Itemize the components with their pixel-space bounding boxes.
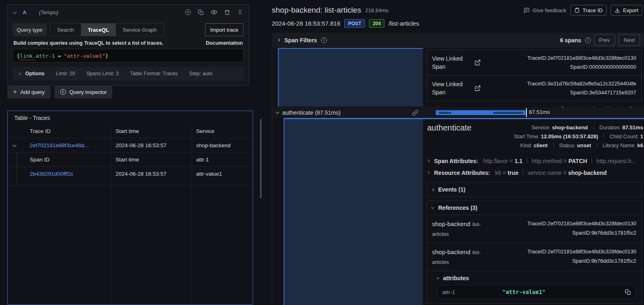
table-row[interactable]: 2e57d5ed39dca261f6f... 2024-06-28 16:53:… <box>8 186 253 305</box>
reference-row[interactable]: shop-backendlist-articles TraceID:2ef702… <box>427 243 641 271</box>
drag-handle-icon[interactable] <box>237 9 243 15</box>
stat-value: k6 <box>637 142 643 148</box>
reference-row[interactable]: shop-backendlist-articles TraceID:2ef702… <box>427 215 641 243</box>
references-section: References (3) shop-backendlist-articles… <box>427 200 642 305</box>
view-linked-span-row[interactable]: View Linked Span TraceID:3e31d76c59a82ef… <box>427 75 641 101</box>
subtable-header-row: Span ID Start time attr-1 <box>8 152 253 167</box>
info-icon: i <box>60 89 66 95</box>
references-label: References (3) <box>438 205 478 211</box>
child-span-segment <box>439 112 451 114</box>
query-type-radio-group: Search TraceQL Service Graph <box>50 23 164 36</box>
timeline-gridline <box>589 107 589 118</box>
span-collapse-icon[interactable] <box>276 110 279 113</box>
collapse-row-icon[interactable] <box>13 143 17 147</box>
tab-traceql[interactable]: TraceQL <box>81 24 116 36</box>
trace-timeline-area: View Linked Span TraceID:2ef702181e88f3c… <box>272 48 644 305</box>
add-query-label: Add query <box>20 89 44 95</box>
reference-span-id: SpanID:9b76dd3c1781f5c2 <box>572 258 636 264</box>
resource-attributes-label[interactable]: Resource Attributes: <box>434 170 490 176</box>
comment-icon <box>524 7 530 13</box>
linked-span-id: SpanID:3e534471715e9207 <box>570 89 636 96</box>
table-header-row: Trace ID Start time Service <box>8 124 253 138</box>
traceql-query-input[interactable]: {link.attr-1="attr-value1"} <box>13 49 244 63</box>
subtable-row[interactable]: 2b438291d00fff2c 2024-06-28 16:53:57 att… <box>8 167 253 181</box>
delete-query-icon[interactable] <box>224 9 230 15</box>
events-toggle[interactable]: Events (1) <box>427 183 641 196</box>
reference-attributes-toggle[interactable]: attributes <box>437 275 636 281</box>
span-attributes-label[interactable]: Span Attributes: <box>434 158 478 164</box>
attr-value: shop-backend <box>568 170 607 176</box>
help-icon[interactable]: ? <box>185 9 191 15</box>
give-feedback-link[interactable]: Give feedback <box>524 7 566 13</box>
reference-service: shop-backend <box>432 220 470 227</box>
options-label[interactable]: Options <box>25 71 44 76</box>
query-token: = <box>58 53 61 59</box>
stat-label: Service: <box>531 124 550 131</box>
stat-value: client <box>534 142 548 148</box>
span-count: 6 spans <box>560 37 581 44</box>
external-link-icon[interactable] <box>474 85 481 92</box>
reference-trace-id: TraceID:2ef702181e88f3ce48d3c328fdec0130 <box>527 220 636 227</box>
query-inspector-button[interactable]: i Query inspector <box>55 85 113 98</box>
start-time-cell: 2024-06-28 16:53:57 <box>111 167 192 181</box>
events-expand-icon <box>431 188 434 191</box>
import-trace-button[interactable]: Import trace <box>205 23 244 36</box>
option-spans-limit: Spans Limit: 3 <box>86 71 118 76</box>
resource-attributes-row: Resource Attributes: k6 = true service.n… <box>427 167 644 179</box>
query-options-strip: Options Limit: 20 Spans Limit: 3 Table F… <box>13 67 244 81</box>
copy-query-icon[interactable] <box>198 9 204 15</box>
view-linked-span-row[interactable]: View Linked Span TraceID:2ef702181e88f3c… <box>427 50 641 75</box>
copy-value-icon[interactable] <box>625 289 631 295</box>
options-expand-icon[interactable] <box>18 72 21 75</box>
table-row-expanded[interactable]: 2ef702181e88f3ce48d... 2024-06-28 16:53:… <box>8 138 253 152</box>
attributes-collapse-icon <box>437 276 439 279</box>
prev-span-button[interactable]: Prev <box>594 34 616 46</box>
external-link-icon[interactable] <box>474 59 481 66</box>
clipboard-icon <box>574 7 580 13</box>
events-section: Events (1) <box>427 182 642 197</box>
span-detail-title: authenticate <box>427 123 472 150</box>
span-duration-bar[interactable] <box>436 110 526 115</box>
query-ref-id: A <box>23 9 26 15</box>
add-query-button[interactable]: + Add query <box>7 85 50 98</box>
span-attributes-expand-icon[interactable] <box>427 159 430 162</box>
stat-value: 87.51ms <box>622 124 643 131</box>
documentation-link[interactable]: Documentation <box>206 40 243 46</box>
linked-span-ids: TraceID:2ef702181e88f3ce48d3c328fdec0130… <box>527 54 636 72</box>
span-filters-label[interactable]: Span Filters <box>284 37 317 44</box>
references-toggle[interactable]: References (3) <box>427 201 641 215</box>
attr-key: http.flavor <box>483 158 508 164</box>
next-span-button[interactable]: Next <box>618 34 640 46</box>
export-button[interactable]: Export <box>611 5 642 15</box>
attr-value-cell: attr-value1 <box>192 167 253 181</box>
trace-timestamp: 2024-06-28 16:53:57.816 <box>272 20 340 27</box>
col-service: Service <box>192 124 253 138</box>
split-pane-resizer[interactable] <box>260 119 262 198</box>
references-collapse-icon <box>431 206 434 209</box>
attributes-label: attributes <box>443 275 469 281</box>
attribute-value: "attr-value1" <box>502 289 546 295</box>
attr-value: true <box>508 170 518 176</box>
span-link-icon[interactable] <box>412 110 418 116</box>
stat-label: Child Count: <box>610 133 639 139</box>
tab-search[interactable]: Search <box>50 24 81 36</box>
stat-value: unset <box>577 142 591 148</box>
span-row-label[interactable]: authenticate (87.51ms) <box>282 109 341 116</box>
stat-label: Library Name: <box>603 142 636 148</box>
span-filters-expand-icon[interactable] <box>277 39 280 41</box>
span-row-authenticate[interactable]: authenticate (87.51ms) 87.51ms <box>272 107 644 118</box>
trace-id-button[interactable]: Trace ID <box>570 5 607 15</box>
subtable-spacer <box>8 181 253 186</box>
span-id-link[interactable]: 2b438291d00fff2c <box>30 171 74 177</box>
view-linked-span-label[interactable]: View Linked Span <box>432 54 474 71</box>
view-linked-span-label[interactable]: View Linked Span <box>432 80 474 97</box>
stat-label: Start Time: <box>514 133 539 139</box>
start-time-cell: 2024-06-28 16:53:56 <box>111 186 192 305</box>
tab-service-graph[interactable]: Service Graph <box>116 24 164 36</box>
stat-label: Duration: <box>599 124 621 131</box>
hide-response-eye-icon[interactable] <box>211 9 217 15</box>
collapse-query-icon[interactable] <box>13 10 17 14</box>
selected-span-highlight-upper <box>278 48 423 107</box>
resource-attributes-expand-icon[interactable] <box>427 171 430 174</box>
trace-id-link[interactable]: 2ef702181e88f3ce48d... <box>30 142 89 148</box>
